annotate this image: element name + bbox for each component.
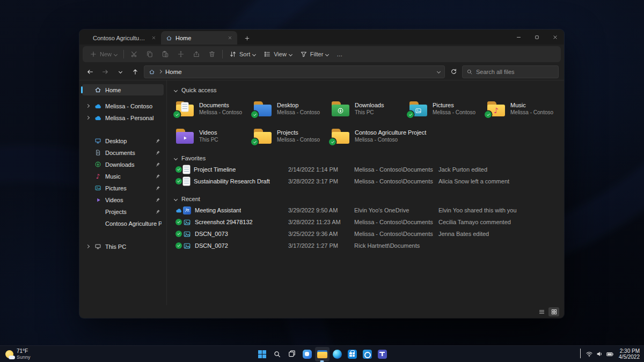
share-button[interactable] [189,47,204,61]
quick-access-tile-videos[interactable]: VideosThis PC [175,126,253,146]
quick-access-tile-contoso-agriculture-project[interactable]: Contoso Agriculture ProjectMelissa - Con… [331,126,409,146]
file-name: Project Timeline [194,166,236,173]
sidebar-item-downloads[interactable]: Downloads [82,159,164,170]
navigation-pane: Home Melissa - Contoso Melissa - Persona… [79,80,167,305]
teams-button[interactable] [375,347,390,361]
minimize-button[interactable] [509,29,528,45]
details-view-toggle[interactable] [536,307,547,316]
breadcrumb[interactable]: Home [144,65,445,78]
chevron-down-icon [114,52,118,56]
forward-button[interactable] [99,65,112,78]
sidebar-item-melissa-contoso[interactable]: Melissa - Contoso [82,100,164,112]
close-button[interactable] [546,29,564,45]
sidebar-item-desktop[interactable]: Desktop [82,135,164,146]
cut-button[interactable] [127,47,142,61]
sidebar-item-contoso-agriculture-project[interactable]: Contoso Agriculture Project [82,218,164,229]
file-name: DSCN_0073 [195,231,228,237]
download-icon [94,160,102,168]
sidebar-item-home[interactable]: Home [82,84,164,95]
paste-button[interactable] [158,47,173,61]
sidebar-item-melissa-personal[interactable]: Melissa - Personal [82,112,164,123]
file-row-project-timeline[interactable]: Project Timeline 2/14/2022 1:14 PM Melis… [174,164,559,175]
file-row-meeting-assistant[interactable]: Meeting Assistant 3/29/2022 9:50 AM Elvi… [174,204,559,216]
copy-button[interactable] [142,47,157,61]
up-button[interactable] [129,65,142,78]
tab-contoso-agriculture-project[interactable]: Contoso Agriculture Project [85,31,161,45]
tab-home[interactable]: Home [161,31,237,45]
wifi-icon [586,350,593,358]
sidebar-item-videos[interactable]: Videos [82,194,164,205]
shared-cloud-icon [174,207,183,214]
view-button[interactable]: View [260,47,296,61]
section-recent: Recent [174,194,559,204]
chat-button[interactable] [300,347,314,361]
sidebar-item-pictures[interactable]: Pictures [82,182,164,194]
clock-date: 4/5/2022 [619,354,640,360]
taskbar: 71°F Sunny 2:30 PM 4/5/2022 [0,345,644,362]
start-button[interactable] [255,347,269,361]
address-dropdown-chevron[interactable] [437,70,441,73]
refresh-button[interactable] [447,65,460,78]
collapse-chevron-icon[interactable] [174,198,177,201]
onedrive-cloud-icon [94,114,102,122]
picture-icon [94,184,102,192]
quick-access-tile-documents[interactable]: DocumentsMelissa - Contoso [175,99,253,119]
quick-access-tile-downloads[interactable]: DownloadsThis PC [331,99,409,119]
thumbnails-view-toggle[interactable] [548,307,559,316]
expand-chevron-icon[interactable] [84,245,91,248]
sidebar-item-label: This PC [105,243,162,250]
see-more-button[interactable]: … [333,47,346,61]
tray-status-icons[interactable] [586,350,614,358]
divider [123,50,124,58]
filter-button[interactable]: Filter [296,47,332,61]
sync-status-icon [174,166,183,173]
quick-access-tile-music[interactable]: ♪ MusicMelissa - Contoso [487,99,564,119]
collapse-chevron-icon[interactable] [174,157,177,160]
tile-name: Pictures [433,102,475,109]
recent-locations-chevron[interactable] [114,65,127,78]
back-button[interactable] [84,65,97,78]
tab-close-icon[interactable] [149,34,158,42]
file-row-screenshot-29478132[interactable]: Screenshot 29478132 3/28/2022 11:23 AM M… [174,216,559,228]
breadcrumb-segment[interactable]: Home [165,69,182,75]
quick-access-tile-projects[interactable]: ProjectsMelissa - Contoso [253,126,331,146]
tile-name: Desktop [277,102,320,109]
expand-chevron-icon[interactable] [84,105,91,107]
rename-button[interactable] [173,47,188,61]
maximize-button[interactable] [528,29,546,45]
delete-button[interactable] [204,47,219,61]
tab-close-icon[interactable] [225,34,234,42]
task-view-button[interactable] [285,347,299,361]
sidebar-item-this-pc[interactable]: This PC [82,241,164,252]
sidebar-item-documents[interactable]: Documents [82,147,164,158]
chat-icon [303,350,312,359]
search-input[interactable] [476,69,554,75]
file-row-dscn-0072[interactable]: DSCN_0072 3/17/2022 1:27 PM Rick Hartnet… [174,240,559,252]
hidden-icons-button[interactable] [580,349,581,359]
edge-button[interactable] [330,347,345,361]
file-row-sustainability-research-draft[interactable]: Sustainability Research Draft 3/28/2022 … [174,175,559,187]
weather-widget[interactable]: 71°F Sunny [5,346,31,362]
file-row-dscn-0073[interactable]: DSCN_0073 3/25/2022 9:36 AM Melissa - Co… [174,228,559,240]
sidebar-item-projects[interactable]: Projects [82,206,164,217]
file-date: 3/17/2022 1:27 PM [288,242,354,249]
expand-chevron-icon[interactable] [84,116,91,119]
clock[interactable]: 2:30 PM 4/5/2022 [619,348,640,360]
quick-access-tile-desktop[interactable]: DesktopMelissa - Contoso [253,99,331,119]
new-button[interactable]: New [86,47,121,61]
sidebar-item-music[interactable]: ♪ Music [82,171,164,182]
sidebar-item-label: Downloads [105,161,152,168]
file-date: 3/29/2022 9:50 AM [288,207,354,213]
search-box[interactable] [462,65,559,78]
collapse-chevron-icon[interactable] [174,89,177,92]
pin-icon [155,150,160,156]
search-button[interactable] [270,347,284,361]
store-button[interactable] [345,347,360,361]
quick-access-tile-pictures[interactable]: PicturesMelissa - Contoso [409,99,487,119]
outlook-button[interactable] [360,347,375,361]
sort-button[interactable]: Sort [225,47,259,61]
quick-access-grid: DocumentsMelissa - Contoso DesktopMeliss… [175,99,559,146]
new-tab-button[interactable] [240,32,253,45]
file-explorer-button[interactable] [315,347,330,361]
outlook-icon [363,350,372,359]
